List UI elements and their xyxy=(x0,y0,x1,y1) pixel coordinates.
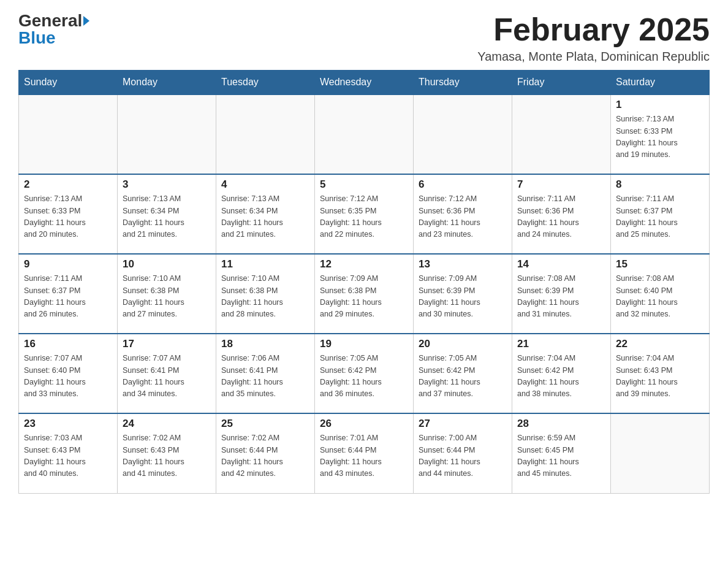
col-header-sunday: Sunday xyxy=(19,71,118,95)
day-info: Sunrise: 7:08 AM Sunset: 6:39 PM Dayligh… xyxy=(517,273,605,321)
col-header-wednesday: Wednesday xyxy=(315,71,414,95)
day-cell: 3Sunrise: 7:13 AM Sunset: 6:34 PM Daylig… xyxy=(118,174,216,254)
day-info: Sunrise: 7:00 AM Sunset: 6:44 PM Dayligh… xyxy=(419,432,507,480)
day-cell: 2Sunrise: 7:13 AM Sunset: 6:33 PM Daylig… xyxy=(19,174,118,254)
day-number: 12 xyxy=(320,258,408,270)
day-cell: 12Sunrise: 7:09 AM Sunset: 6:38 PM Dayli… xyxy=(315,254,414,334)
day-info: Sunrise: 7:13 AM Sunset: 6:34 PM Dayligh… xyxy=(221,193,309,241)
day-info: Sunrise: 7:11 AM Sunset: 6:37 PM Dayligh… xyxy=(24,273,112,321)
day-cell xyxy=(216,94,315,174)
day-number: 27 xyxy=(419,418,507,430)
day-info: Sunrise: 6:59 AM Sunset: 6:45 PM Dayligh… xyxy=(517,432,605,480)
day-cell: 16Sunrise: 7:07 AM Sunset: 6:40 PM Dayli… xyxy=(19,334,118,413)
day-cell xyxy=(611,413,710,493)
day-info: Sunrise: 7:09 AM Sunset: 6:39 PM Dayligh… xyxy=(419,273,507,321)
day-number: 3 xyxy=(123,178,211,191)
day-cell: 6Sunrise: 7:12 AM Sunset: 6:36 PM Daylig… xyxy=(414,174,512,254)
day-cell: 14Sunrise: 7:08 AM Sunset: 6:39 PM Dayli… xyxy=(512,254,611,334)
day-cell: 18Sunrise: 7:06 AM Sunset: 6:41 PM Dayli… xyxy=(216,334,315,413)
week-row-4: 16Sunrise: 7:07 AM Sunset: 6:40 PM Dayli… xyxy=(19,334,710,413)
day-cell: 15Sunrise: 7:08 AM Sunset: 6:40 PM Dayli… xyxy=(611,254,710,334)
day-info: Sunrise: 7:12 AM Sunset: 6:35 PM Dayligh… xyxy=(320,193,408,241)
day-cell: 23Sunrise: 7:03 AM Sunset: 6:43 PM Dayli… xyxy=(19,413,118,493)
day-info: Sunrise: 7:05 AM Sunset: 6:42 PM Dayligh… xyxy=(320,353,408,400)
day-number: 1 xyxy=(616,99,704,111)
day-number: 16 xyxy=(24,338,112,350)
day-info: Sunrise: 7:13 AM Sunset: 6:33 PM Dayligh… xyxy=(24,193,112,241)
day-number: 10 xyxy=(123,258,211,270)
day-number: 5 xyxy=(320,178,408,191)
logo-text-general: General xyxy=(18,12,82,29)
month-year-title: February 2025 xyxy=(477,12,710,47)
week-row-1: 1Sunrise: 7:13 AM Sunset: 6:33 PM Daylig… xyxy=(19,94,710,174)
day-info: Sunrise: 7:02 AM Sunset: 6:43 PM Dayligh… xyxy=(123,432,211,480)
day-number: 11 xyxy=(221,258,309,270)
day-number: 28 xyxy=(517,418,605,430)
day-cell: 22Sunrise: 7:04 AM Sunset: 6:43 PM Dayli… xyxy=(611,334,710,413)
day-cell: 19Sunrise: 7:05 AM Sunset: 6:42 PM Dayli… xyxy=(315,334,414,413)
day-number: 13 xyxy=(419,258,507,270)
day-number: 7 xyxy=(517,178,605,191)
day-cell: 1Sunrise: 7:13 AM Sunset: 6:33 PM Daylig… xyxy=(611,94,710,174)
day-info: Sunrise: 7:07 AM Sunset: 6:41 PM Dayligh… xyxy=(123,353,211,400)
day-number: 26 xyxy=(320,418,408,430)
day-info: Sunrise: 7:10 AM Sunset: 6:38 PM Dayligh… xyxy=(221,273,309,321)
day-cell: 9Sunrise: 7:11 AM Sunset: 6:37 PM Daylig… xyxy=(19,254,118,334)
day-info: Sunrise: 7:10 AM Sunset: 6:38 PM Dayligh… xyxy=(123,273,211,321)
day-number: 18 xyxy=(221,338,309,350)
calendar-header-row: SundayMondayTuesdayWednesdayThursdayFrid… xyxy=(19,71,710,95)
day-cell: 27Sunrise: 7:00 AM Sunset: 6:44 PM Dayli… xyxy=(414,413,512,493)
day-info: Sunrise: 7:04 AM Sunset: 6:42 PM Dayligh… xyxy=(517,353,605,400)
day-info: Sunrise: 7:13 AM Sunset: 6:34 PM Dayligh… xyxy=(123,193,211,241)
week-row-3: 9Sunrise: 7:11 AM Sunset: 6:37 PM Daylig… xyxy=(19,254,710,334)
day-cell: 13Sunrise: 7:09 AM Sunset: 6:39 PM Dayli… xyxy=(414,254,512,334)
day-info: Sunrise: 7:11 AM Sunset: 6:36 PM Dayligh… xyxy=(517,193,605,241)
day-cell: 28Sunrise: 6:59 AM Sunset: 6:45 PM Dayli… xyxy=(512,413,611,493)
day-info: Sunrise: 7:01 AM Sunset: 6:44 PM Dayligh… xyxy=(320,432,408,480)
calendar-table: SundayMondayTuesdayWednesdayThursdayFrid… xyxy=(18,70,710,494)
day-cell: 7Sunrise: 7:11 AM Sunset: 6:36 PM Daylig… xyxy=(512,174,611,254)
page-header: General Blue February 2025 Yamasa, Monte… xyxy=(18,12,710,64)
day-cell: 11Sunrise: 7:10 AM Sunset: 6:38 PM Dayli… xyxy=(216,254,315,334)
day-number: 21 xyxy=(517,338,605,350)
day-number: 2 xyxy=(24,178,112,191)
day-info: Sunrise: 7:02 AM Sunset: 6:44 PM Dayligh… xyxy=(221,432,309,480)
day-cell: 5Sunrise: 7:12 AM Sunset: 6:35 PM Daylig… xyxy=(315,174,414,254)
day-number: 6 xyxy=(419,178,507,191)
day-cell: 24Sunrise: 7:02 AM Sunset: 6:43 PM Dayli… xyxy=(118,413,216,493)
day-info: Sunrise: 7:03 AM Sunset: 6:43 PM Dayligh… xyxy=(24,432,112,480)
week-row-5: 23Sunrise: 7:03 AM Sunset: 6:43 PM Dayli… xyxy=(19,413,710,493)
day-info: Sunrise: 7:11 AM Sunset: 6:37 PM Dayligh… xyxy=(616,193,704,241)
day-cell: 17Sunrise: 7:07 AM Sunset: 6:41 PM Dayli… xyxy=(118,334,216,413)
logo-text-blue: Blue xyxy=(18,29,56,47)
day-info: Sunrise: 7:09 AM Sunset: 6:38 PM Dayligh… xyxy=(320,273,408,321)
day-number: 14 xyxy=(517,258,605,270)
day-cell: 25Sunrise: 7:02 AM Sunset: 6:44 PM Dayli… xyxy=(216,413,315,493)
day-cell: 10Sunrise: 7:10 AM Sunset: 6:38 PM Dayli… xyxy=(118,254,216,334)
day-info: Sunrise: 7:04 AM Sunset: 6:43 PM Dayligh… xyxy=(616,353,704,400)
day-number: 9 xyxy=(24,258,112,270)
day-cell xyxy=(414,94,512,174)
day-number: 25 xyxy=(221,418,309,430)
day-info: Sunrise: 7:06 AM Sunset: 6:41 PM Dayligh… xyxy=(221,353,309,400)
day-cell: 8Sunrise: 7:11 AM Sunset: 6:37 PM Daylig… xyxy=(611,174,710,254)
title-section: February 2025 Yamasa, Monte Plata, Domin… xyxy=(477,12,710,64)
col-header-monday: Monday xyxy=(118,71,216,95)
day-number: 19 xyxy=(320,338,408,350)
location-subtitle: Yamasa, Monte Plata, Dominican Republic xyxy=(477,50,710,64)
day-info: Sunrise: 7:08 AM Sunset: 6:40 PM Dayligh… xyxy=(616,273,704,321)
day-number: 20 xyxy=(419,338,507,350)
col-header-friday: Friday xyxy=(512,71,611,95)
day-info: Sunrise: 7:13 AM Sunset: 6:33 PM Dayligh… xyxy=(616,113,704,161)
day-cell: 26Sunrise: 7:01 AM Sunset: 6:44 PM Dayli… xyxy=(315,413,414,493)
day-cell: 4Sunrise: 7:13 AM Sunset: 6:34 PM Daylig… xyxy=(216,174,315,254)
day-cell xyxy=(512,94,611,174)
day-number: 23 xyxy=(24,418,112,430)
day-number: 24 xyxy=(123,418,211,430)
week-row-2: 2Sunrise: 7:13 AM Sunset: 6:33 PM Daylig… xyxy=(19,174,710,254)
day-cell xyxy=(19,94,118,174)
day-number: 15 xyxy=(616,258,704,270)
day-number: 22 xyxy=(616,338,704,350)
day-number: 17 xyxy=(123,338,211,350)
day-number: 8 xyxy=(616,178,704,191)
